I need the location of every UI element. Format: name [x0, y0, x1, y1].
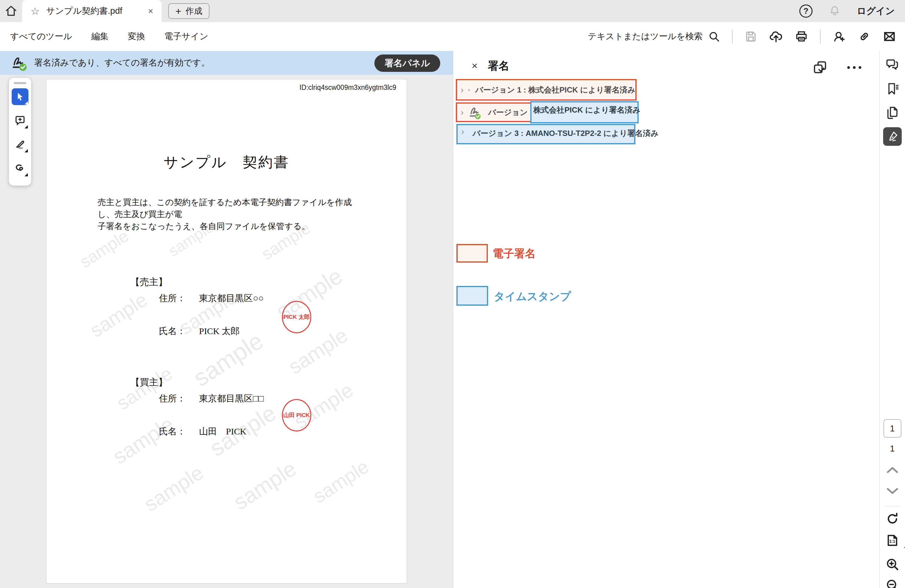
- pdf-page[interactable]: samplesamplesamplesamplesamplesamplesamp…: [46, 79, 407, 583]
- email-button[interactable]: [883, 30, 896, 43]
- expand-chevron-icon[interactable]: ›: [460, 85, 464, 95]
- menu-convert[interactable]: 変換: [128, 30, 145, 43]
- pages-icon: [885, 105, 900, 120]
- top-bar: ☆ サンプル契約書.pdf × + 作成 ? ログイン: [0, 0, 905, 22]
- print-button[interactable]: [795, 30, 808, 43]
- seller-address-label: 住所：: [159, 292, 186, 305]
- comment-add-icon: [14, 114, 26, 127]
- fit-flyout-indicator: [904, 544, 905, 548]
- seller-stamp: PICK 太郎: [282, 301, 311, 333]
- panel-close-icon[interactable]: ×: [472, 60, 478, 72]
- share-link-button[interactable]: [858, 30, 871, 43]
- bookmarks-tool-button[interactable]: [885, 81, 900, 96]
- chevron-up-icon: [886, 466, 899, 475]
- signature-pen-icon: [886, 130, 899, 143]
- tool-flyout-indicator: [25, 101, 28, 105]
- cursor-arrow-icon: [15, 92, 25, 102]
- comments-icon: [885, 57, 900, 72]
- watermark-text: sample: [76, 226, 132, 272]
- seller-heading: 【売主】: [130, 276, 168, 288]
- total-pages-label: 1: [890, 444, 894, 454]
- signature-panel-button[interactable]: 署名パネル: [375, 54, 440, 72]
- watermark-text: sample: [86, 288, 151, 342]
- tool-flyout-indicator: [25, 149, 28, 153]
- zoom-in-icon: [886, 558, 899, 571]
- quick-tools-toolbar[interactable]: [9, 78, 31, 186]
- version-3-label: バージョン 3 : AMANO-TSU-T2P2-2 により署名済み: [473, 128, 659, 138]
- highlight-tool-button[interactable]: [12, 136, 29, 153]
- validate-all-signatures-icon[interactable]: [813, 60, 827, 75]
- page-fit-button[interactable]: 1:1: [880, 534, 905, 547]
- signature-panel-button-label: 署名パネル: [384, 57, 430, 70]
- buyer-address-value: 東京都目黒区□□: [199, 393, 264, 405]
- menu-edit[interactable]: 編集: [91, 30, 109, 43]
- notifications-bell-icon[interactable]: [828, 5, 841, 17]
- help-icon[interactable]: ?: [799, 5, 813, 17]
- link-icon: [858, 30, 871, 43]
- document-tab[interactable]: ☆ サンプル契約書.pdf ×: [22, 0, 162, 22]
- previous-page-button[interactable]: [886, 466, 899, 475]
- next-page-button[interactable]: [886, 486, 899, 496]
- save-button[interactable]: [745, 30, 757, 43]
- toolbar-actions: テキストまたはツールを検索: [588, 22, 896, 51]
- buyer-name-label: 氏名：: [159, 426, 186, 438]
- panel-actions: [813, 60, 861, 75]
- add-comment-tool-button[interactable]: [12, 112, 29, 129]
- menu-esign[interactable]: 電子サイン: [164, 30, 208, 43]
- toolbar-drag-handle[interactable]: [14, 82, 26, 84]
- create-button[interactable]: + 作成: [168, 3, 210, 19]
- bookmark-icon: [885, 81, 900, 96]
- expand-chevron-icon[interactable]: ›: [460, 107, 464, 118]
- buyer-stamp-text: 山田 PICK: [283, 412, 310, 419]
- home-button[interactable]: [0, 0, 22, 22]
- upload-cloud-button[interactable]: [769, 30, 783, 43]
- document-body: 売主と買主は、この契約を証するため本電子契約書ファイルを作成し、売主及び買主が電…: [98, 196, 361, 232]
- signature-version-3[interactable]: › バージョン 3 : AMANO-TSU-T2P2-2 により署名済み: [456, 124, 635, 144]
- buyer-address-row: 住所： 東京都目黒区□□: [159, 393, 264, 405]
- create-button-label: 作成: [186, 5, 202, 17]
- page-number-value: 1: [890, 424, 894, 434]
- highlighter-pen-icon: [14, 138, 26, 151]
- mail-icon: [883, 30, 896, 43]
- digital-signature-icon: [468, 105, 483, 120]
- version-2-timestamp-overlay[interactable]: 株式会社PICK により署名済み: [530, 101, 639, 123]
- signature-version-1[interactable]: › バージョン 1 : 株式会社PICK により署名済み: [456, 79, 637, 100]
- signature-status-message: 署名済みであり、すべての署名が有効です。: [34, 57, 210, 69]
- version-1-label: バージョン 1 : 株式会社PICK により署名済み: [475, 85, 635, 95]
- sidebar-divider: [885, 506, 900, 506]
- lasso-draw-icon: [14, 162, 26, 175]
- page-number-input[interactable]: 1: [883, 419, 902, 438]
- more-options-icon[interactable]: [847, 66, 861, 69]
- digital-signature-icon: [468, 82, 470, 97]
- add-collaborator-button[interactable]: [833, 30, 846, 43]
- tab-close-icon[interactable]: ×: [148, 6, 154, 16]
- menu-toolbar: すべてのツール 編集 変換 電子サイン テキストまたはツールを検索: [0, 22, 905, 51]
- signatures-tool-button-selected[interactable]: [883, 127, 902, 146]
- seller-stamp-text: PICK 太郎: [283, 313, 310, 321]
- seller-address-value: 東京都目黒区○○: [199, 292, 264, 305]
- login-button[interactable]: ログイン: [857, 5, 895, 17]
- buyer-name-row: 氏名： 山田 PICK: [159, 426, 246, 438]
- toolbar-divider: [820, 30, 821, 43]
- rotate-page-button[interactable]: [886, 512, 899, 526]
- buyer-name-value: 山田 PICK: [199, 426, 246, 438]
- draw-tool-button[interactable]: [12, 160, 29, 177]
- watermark-text: sample: [229, 456, 300, 514]
- legend-timestamp-swatch: [456, 286, 488, 306]
- menu-all-tools[interactable]: すべてのツール: [10, 30, 72, 43]
- body-line-2: 子署名をおこなったうえ、各自同ファイルを保管する。: [98, 220, 361, 232]
- signature-panel: × 署名 › バージョン 1 : 株式会社PICK により署名済み ›: [453, 51, 879, 588]
- zoom-out-button[interactable]: [886, 578, 899, 588]
- zoom-out-icon: [886, 578, 899, 588]
- pages-tool-button[interactable]: [885, 105, 900, 120]
- comments-tool-button[interactable]: [885, 57, 900, 72]
- signature-panel-title: 署名: [488, 59, 510, 73]
- buyer-stamp: 山田 PICK: [282, 399, 311, 431]
- favorite-star-icon[interactable]: ☆: [30, 5, 40, 17]
- zoom-in-button[interactable]: [886, 558, 899, 571]
- expand-chevron-icon[interactable]: ›: [461, 126, 464, 137]
- select-tool-button[interactable]: [12, 88, 29, 105]
- search-input[interactable]: テキストまたはツールを検索: [588, 30, 720, 43]
- document-id-text: ID:clriq4scw009m3xn6ygtm3lc9: [300, 84, 396, 92]
- chevron-down-icon: [886, 486, 899, 496]
